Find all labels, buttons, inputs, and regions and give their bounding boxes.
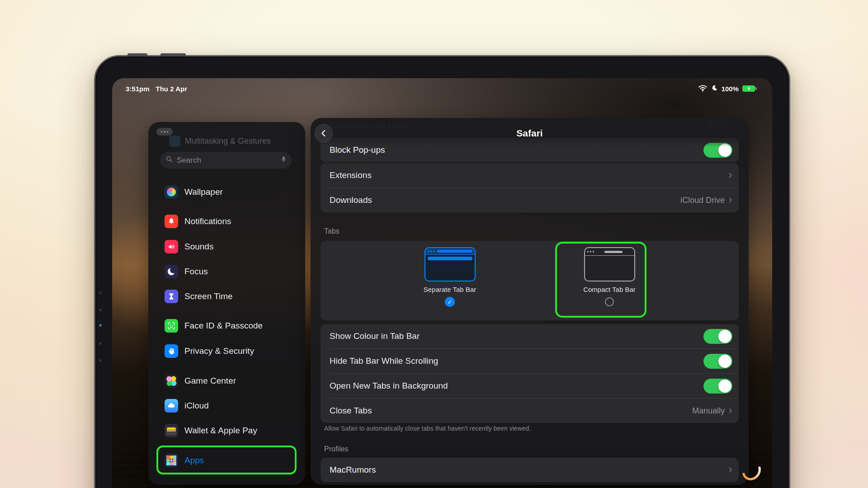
wallpaper-icon: [165, 185, 178, 199]
sidebar-item-multitasking-faded: Multitasking & Gestures: [169, 136, 271, 147]
option-separate-tab-bar[interactable]: Separate Tab Bar ✓: [414, 241, 486, 307]
status-time: 3:51pm: [126, 85, 150, 93]
sidebar-item-icloud[interactable]: iCloud: [148, 396, 305, 416]
ipad-screen: 3:51pm Thu 2 Apr 100%: [112, 78, 772, 488]
status-date: Thu 2 Apr: [156, 85, 187, 93]
hand-icon: [165, 344, 178, 358]
volume-button: [127, 53, 147, 56]
sidebar-item-focus[interactable]: Focus: [148, 262, 305, 282]
speaker-icon: [165, 240, 178, 253]
section-header-profiles: Profiles: [324, 445, 348, 453]
settings-sidebar: Multitasking & Gestures: [148, 122, 305, 485]
row-open-new-tabs: Open New Tabs in Background: [321, 374, 739, 398]
window-controls[interactable]: [156, 128, 173, 136]
bezel-dot: [99, 342, 102, 345]
show-colour-toggle[interactable]: [703, 329, 732, 344]
bezel-dot: [99, 309, 102, 311]
sidebar-item-notifications[interactable]: Notifications: [148, 211, 305, 231]
hide-tab-bar-toggle[interactable]: [703, 354, 732, 369]
wifi-icon: [698, 84, 708, 93]
row-macrumors-profile[interactable]: MacRumors ›: [321, 458, 739, 482]
sidebar-item-face-id[interactable]: Face ID & Passcode: [148, 316, 305, 336]
sidebar-item-privacy[interactable]: Privacy & Security: [148, 341, 305, 361]
row-show-colour: Show Colour in Tab Bar: [321, 324, 739, 348]
bezel-dot: [99, 359, 102, 362]
row-downloads[interactable]: Downloads iCloud Drive ›: [321, 188, 739, 212]
battery-percent: 100%: [722, 85, 739, 93]
bell-icon: [165, 215, 178, 228]
content-header: Safari: [311, 118, 749, 147]
search-field[interactable]: [160, 152, 292, 169]
toggle-knob: [718, 380, 731, 393]
sidebar-item-game-center[interactable]: Game Center: [148, 371, 305, 391]
search-icon: [165, 155, 173, 165]
separate-tab-bar-graphic: [425, 247, 476, 282]
swirl-annotation: [741, 462, 762, 483]
toggle-knob: [718, 355, 731, 368]
row-close-tabs[interactable]: Close Tabs Manually ›: [321, 399, 739, 423]
chevron-right-icon: ›: [728, 169, 732, 180]
moon-icon: [711, 84, 718, 93]
section-header-tabs: Tabs: [324, 227, 340, 235]
sidebar-item-apps[interactable]: Apps: [148, 450, 305, 470]
sidebar-item-wallpaper[interactable]: Wallpaper: [148, 182, 305, 202]
search-input[interactable]: [177, 156, 277, 165]
downloads-value: iCloud Drive: [680, 196, 725, 205]
chevron-right-icon: ›: [728, 463, 732, 475]
ipad-device-frame: 3:51pm Thu 2 Apr 100%: [94, 55, 790, 488]
wallet-icon: [165, 424, 178, 437]
focus-moon-icon: [165, 265, 178, 278]
sidebar-item-screen-time[interactable]: Screen Time: [148, 286, 305, 306]
chevron-right-icon: ›: [728, 193, 732, 205]
tab-toggles-card: Show Colour in Tab Bar Hide Tab Bar Whil…: [321, 324, 739, 423]
apps-grid-icon: [165, 454, 178, 467]
compact-tab-bar-graphic: [584, 247, 635, 282]
status-bar: 3:51pm Thu 2 Apr 100%: [126, 84, 757, 94]
sidebar-item-sounds[interactable]: Sounds: [148, 237, 305, 257]
sidebar-item-wallet[interactable]: Wallet & Apple Pay: [148, 421, 305, 441]
page-title: Safari: [311, 128, 749, 139]
close-tabs-footnote: Allow Safari to automatically close tabs…: [324, 425, 531, 432]
face-id-icon: [165, 319, 178, 333]
multitasking-icon: [169, 136, 180, 147]
selected-check-icon[interactable]: ✓: [445, 297, 455, 307]
profiles-card: MacRumors ›: [321, 458, 739, 482]
chevron-right-icon: ›: [728, 404, 732, 416]
volume-button: [160, 53, 186, 56]
game-center-icon: [165, 374, 178, 388]
mic-icon[interactable]: [280, 155, 287, 165]
bezel-dot: [99, 324, 102, 327]
close-tabs-value: Manually: [692, 406, 725, 416]
bezel-dot: [99, 291, 102, 294]
row-hide-tab-bar: Hide Tab Bar While Scrolling: [321, 349, 739, 373]
battery-charging-icon: [742, 85, 757, 92]
row-extensions[interactable]: Extensions ›: [321, 163, 739, 188]
safari-settings-panel: Show Links on Hover Safari Block Pop-ups…: [311, 118, 749, 485]
toggle-knob: [718, 330, 731, 343]
unselected-radio-icon[interactable]: [605, 297, 614, 306]
extensions-downloads-card: Extensions › Downloads iCloud Drive ›: [321, 163, 739, 212]
tab-bar-style-card: Separate Tab Bar ✓ Compact Tab Bar: [321, 241, 739, 320]
option-compact-tab-bar[interactable]: Compact Tab Bar: [573, 241, 646, 306]
open-new-tabs-toggle[interactable]: [703, 379, 732, 394]
hourglass-icon: [165, 290, 178, 303]
cloud-icon: [165, 399, 178, 413]
